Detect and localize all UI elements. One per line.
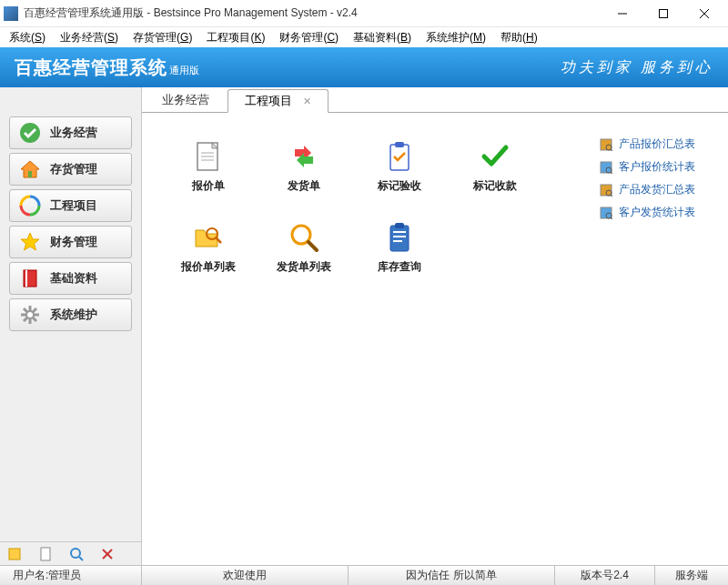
svg-rect-14 (9, 549, 20, 560)
sidebar-item-0[interactable]: 业务经营 (9, 116, 132, 149)
sidebar-item-label: 财务管理 (50, 234, 97, 250)
sidebar-item-label: 基础资料 (50, 270, 97, 287)
window-title: 百惠经营管理系统通用版 - Bestsince Pro Management S… (24, 5, 602, 21)
clipboard-icon (383, 140, 416, 173)
svg-rect-1 (659, 9, 667, 17)
menu-5[interactable]: 基础资料(B) (348, 28, 417, 47)
app-label: 库存查询 (378, 259, 421, 275)
report-icon (599, 183, 613, 197)
svg-rect-5 (28, 171, 32, 177)
house-icon (19, 158, 41, 180)
sidebar-item-label: 系统维护 (50, 307, 97, 323)
sidebar-item-label: 工程项目 (50, 197, 97, 214)
app-6[interactable]: 库存查询 (351, 221, 447, 275)
status-version: 版本号2.4 (555, 566, 655, 585)
banner-title: 百惠经营管理系统 (15, 57, 167, 77)
sidebar: 业务经营存货管理工程项目财务管理基础资料系统维护 (0, 87, 142, 565)
sidebar-item-2[interactable]: 工程项目 (9, 189, 132, 222)
app-label: 发货单 (288, 178, 320, 194)
banner-subtitle: 通用版 (169, 65, 199, 76)
report-link-0[interactable]: 产品报价汇总表 (599, 133, 721, 156)
maximize-button[interactable] (642, 0, 683, 27)
app-label: 发货单列表 (277, 259, 331, 275)
app-0[interactable]: 报价单 (160, 140, 256, 194)
note-icon[interactable] (7, 547, 22, 561)
menu-1[interactable]: 业务经营(S) (55, 28, 124, 47)
app-label: 报价单 (192, 178, 225, 194)
sidebar-item-4[interactable]: 基础资料 (9, 262, 132, 295)
search-icon[interactable] (69, 547, 84, 561)
doc-icon[interactable] (38, 547, 53, 561)
report-label: 客户发货统计表 (619, 205, 695, 220)
banner-slogan: 功夫到家 服务到心 (561, 58, 713, 77)
menu-3[interactable]: 工程项目(K) (201, 28, 270, 47)
clipboard-blue-icon (383, 221, 416, 254)
svg-line-43 (611, 195, 612, 197)
app-2[interactable]: 标记验收 (351, 140, 447, 194)
close-button[interactable] (683, 0, 724, 27)
app-4[interactable]: 报价单列表 (160, 221, 256, 275)
arrows-icon (288, 140, 320, 173)
app-1[interactable]: 发货单 (256, 140, 351, 194)
app-3[interactable]: 标记收款 (447, 140, 542, 194)
report-label: 产品报价汇总表 (619, 136, 695, 152)
svg-line-17 (79, 557, 83, 560)
menu-2[interactable]: 存货管理(G) (127, 28, 197, 47)
tabbar: 业务经营工程项目✕ (142, 87, 728, 113)
menu-0[interactable]: 系统(S) (4, 28, 51, 47)
app-label: 标记收款 (473, 178, 517, 194)
status-welcome: 欢迎使用 (142, 566, 349, 585)
report-link-3[interactable]: 客户发货统计表 (599, 201, 721, 224)
svg-point-16 (71, 549, 80, 558)
svg-line-46 (611, 217, 612, 219)
sidebar-item-label: 存货管理 (50, 161, 97, 177)
check-icon (479, 140, 511, 173)
sidebar-item-1[interactable]: 存货管理 (9, 153, 132, 186)
svg-line-37 (611, 149, 612, 151)
app-label: 标记验收 (378, 178, 421, 194)
status-slogan: 因为信任 所以简单 (349, 566, 555, 585)
report-link-1[interactable]: 客户报价统计表 (599, 156, 721, 178)
menu-6[interactable]: 系统维护(M) (420, 28, 491, 47)
sidebar-item-label: 业务经营 (50, 125, 97, 141)
magnify-icon (288, 221, 320, 254)
svg-rect-31 (395, 223, 404, 228)
tab-close-icon[interactable]: ✕ (303, 96, 311, 107)
app-5[interactable]: 发货单列表 (256, 221, 351, 275)
menu-7[interactable]: 帮助(H) (495, 28, 543, 47)
tab-label: 工程项目 (245, 93, 292, 109)
sidebar-item-5[interactable]: 系统维护 (9, 298, 132, 331)
folder-search-icon (192, 221, 225, 254)
sidebar-tools (0, 541, 141, 565)
app-label: 报价单列表 (181, 259, 236, 275)
statusbar: 用户名:管理员 欢迎使用 因为信任 所以简单 版本号2.4 服务端 (0, 565, 728, 585)
app-icon (4, 6, 18, 21)
svg-rect-30 (390, 226, 409, 251)
sidebar-item-3[interactable]: 财务管理 (9, 226, 132, 258)
report-label: 产品发货汇总表 (619, 182, 695, 197)
app-icon-area: 报价单发货单标记验收标记收款报价单列表发货单列表库存查询 (142, 113, 592, 565)
svg-rect-7 (25, 270, 27, 287)
status-user: 用户名:管理员 (0, 566, 142, 585)
svg-rect-25 (395, 142, 404, 147)
banner: 百惠经营管理系统通用版 功夫到家 服务到心 (0, 47, 728, 87)
tab-label: 业务经营 (162, 92, 209, 108)
gear-icon (19, 304, 41, 326)
close-icon[interactable] (100, 547, 115, 561)
recycle-icon (19, 195, 41, 217)
report-icon (599, 206, 613, 220)
tab-0[interactable]: 业务经营 (146, 88, 226, 112)
book-red-icon (19, 267, 41, 289)
status-server: 服务端 (655, 566, 728, 585)
minimize-button[interactable] (602, 0, 642, 27)
star-gold-icon (19, 231, 41, 253)
report-link-2[interactable]: 产品发货汇总表 (599, 178, 721, 201)
svg-rect-15 (41, 548, 50, 560)
check-green-icon (19, 122, 41, 144)
tab-1[interactable]: 工程项目✕ (228, 89, 329, 113)
doc-icon (192, 140, 225, 173)
titlebar: 百惠经营管理系统通用版 - Bestsince Pro Management S… (0, 0, 728, 27)
menu-4[interactable]: 财务管理(C) (274, 28, 344, 47)
report-icon (599, 137, 613, 152)
svg-rect-32 (393, 231, 406, 233)
